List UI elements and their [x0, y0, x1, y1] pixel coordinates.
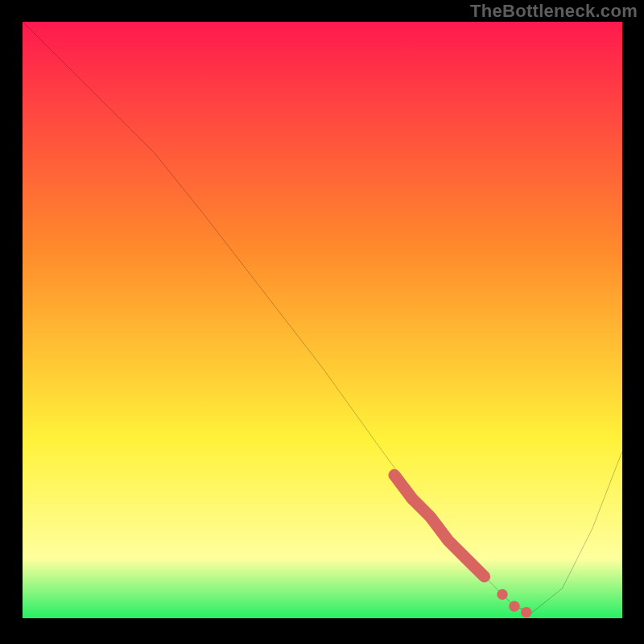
highlight-dot — [497, 589, 507, 600]
chart-svg — [23, 22, 622, 618]
highlight-dot — [509, 601, 519, 612]
chart-frame: TheBottleneck.com — [0, 0, 644, 644]
plot-area — [23, 22, 622, 618]
watermark-text: TheBottleneck.com — [470, 1, 638, 22]
highlight-dot — [521, 607, 531, 617]
